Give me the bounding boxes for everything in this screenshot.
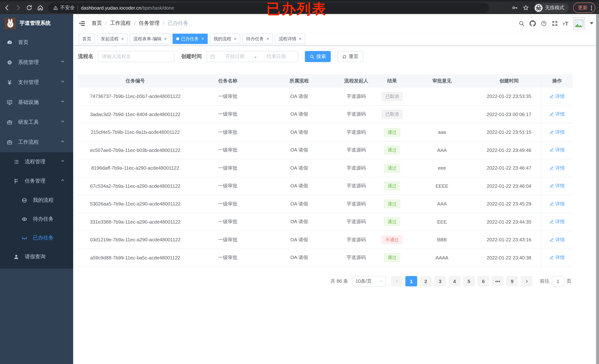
- chevron-down-icon: [61, 119, 67, 125]
- detail-link[interactable]: 详情: [549, 147, 565, 153]
- cell-result: 通过: [377, 195, 407, 213]
- detail-label: 详情: [555, 93, 565, 100]
- page-button-item[interactable]: 2: [420, 276, 432, 286]
- cell-create-time: 2022-01-23 00:06:17: [477, 106, 541, 123]
- detail-link[interactable]: 详情: [549, 254, 565, 261]
- sidebar-item-done-tasks[interactable]: 已办任务: [0, 228, 73, 247]
- annotation-title: 已办列表: [266, 0, 327, 18]
- sidebar-item-infrastructure[interactable]: 基础设施: [0, 92, 73, 112]
- app-logo[interactable]: 芋道管理系统: [0, 14, 73, 33]
- collapse-sidebar-icon[interactable]: [79, 20, 86, 27]
- update-button[interactable]: 更新: [573, 3, 595, 13]
- sidebar-item-process-mgmt[interactable]: 流程管理: [0, 152, 73, 171]
- tab-home[interactable]: 首页: [79, 34, 95, 44]
- cell-create-time: 2022-01-22 23:51:15: [477, 124, 541, 141]
- close-icon[interactable]: ×: [234, 36, 237, 41]
- font-size-icon[interactable]: TT: [563, 20, 568, 26]
- close-icon[interactable]: ×: [164, 36, 167, 41]
- sidebar-item-task-mgmt[interactable]: 任务管理: [0, 171, 73, 191]
- detail-link[interactable]: 详情: [549, 183, 565, 189]
- scrollbar-thumb[interactable]: [596, 14, 599, 364]
- sidebar-item-devtools[interactable]: 研发工具: [0, 112, 73, 132]
- tab-done-tasks[interactable]: 已办任务×: [173, 34, 208, 44]
- next-icon: [525, 279, 529, 283]
- close-icon[interactable]: ×: [121, 36, 124, 41]
- reset-button[interactable]: 重置: [337, 51, 363, 62]
- next-page-button[interactable]: [521, 276, 532, 286]
- sidebar-item-label: 支付管理: [18, 79, 39, 86]
- date-range-input[interactable]: 开始日期 - 结束日期: [206, 51, 298, 62]
- page-button-item[interactable]: 9: [506, 276, 518, 286]
- detail-link[interactable]: 详情: [549, 237, 565, 243]
- tab-form-edit[interactable]: 流程表单-编辑×: [130, 34, 170, 44]
- avatar-caret-icon[interactable]: [590, 22, 593, 24]
- github-icon[interactable]: [529, 20, 536, 27]
- cell-result: 通过: [377, 177, 407, 195]
- detail-link[interactable]: 详情: [549, 129, 565, 136]
- active-dot: [176, 37, 179, 40]
- page-button-item[interactable]: •••: [492, 276, 504, 286]
- security-indicator[interactable]: 不安全: [53, 4, 75, 11]
- page-button-active[interactable]: 1: [405, 276, 417, 286]
- update-label: 更新: [578, 4, 588, 11]
- page-button-item[interactable]: 4: [449, 276, 460, 286]
- column-header: 审批意见: [407, 78, 477, 84]
- help-icon[interactable]: [540, 20, 547, 27]
- detail-label: 详情: [555, 219, 565, 225]
- search-icon[interactable]: [518, 20, 525, 27]
- bookmark-star-icon[interactable]: [522, 4, 529, 11]
- sidebar-item-label: 首页: [18, 39, 28, 46]
- cell-starter: 芋道源码: [335, 231, 377, 249]
- goto-page-input[interactable]: 1: [552, 276, 564, 286]
- close-icon[interactable]: ×: [299, 36, 301, 41]
- cell-process: OA 请假: [263, 195, 335, 213]
- forward-icon[interactable]: [15, 4, 21, 11]
- url-path: /bpm/task/done: [141, 5, 174, 10]
- sidebar-item-home[interactable]: 首页: [0, 33, 73, 53]
- key-icon[interactable]: [511, 4, 518, 11]
- result-badge: 通过: [384, 146, 400, 155]
- fullscreen-icon[interactable]: [552, 20, 558, 27]
- result-badge: 已取消: [382, 110, 402, 119]
- tab-process-detail[interactable]: 流程详情×: [275, 34, 305, 44]
- detail-link[interactable]: 详情: [549, 219, 565, 225]
- result-badge: 通过: [384, 164, 400, 173]
- tab-todo-tasks[interactable]: 待办任务×: [242, 34, 273, 44]
- page-button-item[interactable]: 5: [463, 276, 475, 286]
- breadcrumb-item[interactable]: 首页: [92, 20, 102, 27]
- page-scrollbar[interactable]: [596, 14, 599, 364]
- page-button-item[interactable]: 3: [434, 276, 446, 286]
- page-button-item[interactable]: 6: [477, 276, 489, 286]
- breadcrumb-item[interactable]: 任务管理: [139, 20, 160, 27]
- detail-link[interactable]: 详情: [549, 165, 565, 171]
- close-icon[interactable]: ×: [266, 36, 269, 41]
- sidebar-item-label: 已办任务: [33, 234, 53, 241]
- tab-my-process[interactable]: 我的流程×: [210, 34, 240, 44]
- cell-actions: 详情: [541, 106, 573, 123]
- avatar[interactable]: [573, 17, 585, 29]
- reload-icon[interactable]: [26, 4, 33, 11]
- sidebar-item-todo-tasks[interactable]: 待办任务: [0, 210, 73, 228]
- incognito-label: 无痕模式: [545, 4, 564, 11]
- sidebar-item-leave-query[interactable]: 请假查询: [0, 247, 73, 266]
- table-row: 67c534a2-7b9a-11ec-a290-acde48001122一级审批…: [78, 177, 573, 195]
- search-button[interactable]: 搜索: [305, 51, 331, 62]
- sidebar-item-workflow[interactable]: 工作流程: [0, 132, 73, 152]
- back-icon[interactable]: [4, 4, 10, 11]
- page-size-select[interactable]: 10条/页: [352, 276, 386, 286]
- detail-link[interactable]: 详情: [549, 201, 565, 207]
- cell-task-id: 215cf4e5-7b9b-11ec-9a1b-acde48001122: [78, 124, 193, 141]
- detail-link[interactable]: 详情: [549, 93, 565, 100]
- close-icon[interactable]: ×: [201, 36, 204, 41]
- breadcrumb-item[interactable]: 工作流程: [110, 20, 131, 27]
- sidebar-item-payment[interactable]: 支付管理: [0, 72, 73, 92]
- detail-link[interactable]: 详情: [549, 111, 565, 118]
- home-icon[interactable]: [37, 4, 44, 11]
- cell-actions: 详情: [541, 124, 573, 141]
- browser-menu-icon[interactable]: [591, 5, 592, 10]
- sidebar-item-my-process[interactable]: 我的流程: [0, 191, 73, 210]
- tab-start-process[interactable]: 发起流程×: [97, 34, 127, 44]
- process-name-input[interactable]: 请输入流程名: [98, 51, 174, 62]
- prev-page-button[interactable]: [391, 276, 403, 286]
- sidebar-item-system[interactable]: 系统管理: [0, 53, 73, 72]
